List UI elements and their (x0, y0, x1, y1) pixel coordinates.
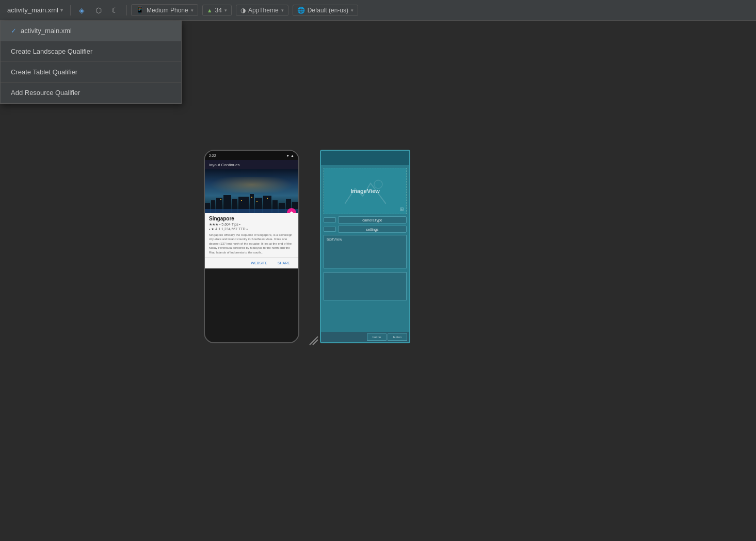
resize-icon (309, 336, 319, 346)
file-dropdown-trigger[interactable]: activity_main.xml ▾ (4, 4, 66, 16)
svg-rect-17 (256, 201, 258, 202)
svg-rect-13 (205, 209, 298, 213)
svg-rect-16 (251, 197, 252, 198)
phone-signal: ▼ ▲ (286, 154, 294, 157)
check-icon: ✓ (11, 27, 17, 35)
dropdown-item-label-2: Create Tablet Qualifier (11, 68, 77, 76)
phone-time: 2:22 (209, 154, 216, 157)
nightmode-icon: ☾ (111, 6, 118, 14)
city-skyline-svg (205, 193, 298, 213)
tablet-image-placeholder: ImageView ⊞ (324, 168, 407, 214)
phone-title: layout Continues (209, 163, 240, 167)
tablet-bottom-buttons: button button (321, 332, 409, 342)
dropdown-item-label-0: activity_main.xml (21, 27, 72, 35)
imageview-label: ImageView (350, 188, 380, 194)
file-dropdown-menu: ✓ activity_main.xml Create Landscape Qua… (0, 21, 182, 104)
blueprint-icon: ⬡ (95, 6, 102, 14)
resize-handle[interactable] (309, 336, 319, 347)
file-label: activity_main.xml (7, 6, 58, 14)
tablet-settings-row: settings (324, 226, 407, 233)
dropdown-item-label-3: Add Resource Qualifier (11, 89, 80, 97)
api-dropdown[interactable]: ▲ 34 ▾ (202, 5, 232, 16)
tablet-cameratype-row: cameraType (324, 216, 407, 224)
locale-icon: 🌐 (297, 7, 305, 14)
blueprint-mode-btn[interactable]: ⬡ (91, 3, 106, 18)
tablet-bottom-btn-2[interactable]: button (388, 333, 407, 341)
tablet-bottom-btn-1[interactable]: button (367, 333, 387, 341)
dropdown-item-2[interactable]: Create Tablet Qualifier (1, 62, 181, 83)
theme-dropdown[interactable]: ◑ AppTheme ▾ (236, 5, 288, 16)
dropdown-item-3[interactable]: Add Resource Qualifier (1, 83, 181, 103)
textview-label: textView (327, 237, 342, 242)
file-chevron: ▾ (60, 7, 63, 13)
phone-icon: 📱 (136, 6, 144, 14)
dropdown-item-1[interactable]: Create Landscape Qualifier (1, 41, 181, 62)
tablet-textview-area: textView (324, 235, 407, 268)
phone-content: Singapore ★★★ • 5,604 Tips • • ★ 4.1 1,2… (205, 213, 298, 257)
toolbar: activity_main.xml ▾ ◈ ⬡ ☾ 📱 Medium Phone… (0, 0, 756, 21)
svg-point-19 (374, 180, 382, 188)
svg-rect-14 (220, 199, 221, 200)
tablet-body: ImageView ⊞ cameraType settings (321, 165, 409, 303)
dropdown-item-label-1: Create Landscape Qualifier (11, 47, 92, 55)
separator-2 (126, 5, 127, 15)
dropdown-item-0[interactable]: ✓ activity_main.xml (1, 21, 181, 41)
phone-image-area: ★ (205, 169, 298, 213)
api-icon: ▲ (207, 7, 213, 13)
tablet-preview: ImageView ⊞ cameraType settings (320, 150, 410, 346)
tablet-small-rect-1 (324, 217, 336, 222)
phone-detail-row-2: • ★ 4.1 1,234,567 TTD • (209, 227, 294, 231)
phone-buttons-row: WEBSITE SHARE (205, 257, 298, 268)
tablet-textview2 (324, 272, 407, 300)
svg-rect-18 (267, 198, 268, 199)
svg-rect-15 (241, 200, 242, 201)
phone-status-bar: 2:22 ▼ ▲ (205, 151, 298, 160)
api-label: 34 (215, 7, 222, 14)
theme-icon: ◑ (240, 7, 246, 14)
design-mode-btn[interactable]: ◈ (75, 3, 89, 18)
locale-chevron: ▾ (351, 8, 353, 13)
tablet-settings-btn[interactable]: settings (338, 226, 407, 233)
phone-detail-row-1: ★★★ • 5,604 Tips • (209, 222, 294, 227)
tablet-top-bar (321, 151, 409, 165)
tablet-small-rect-2 (324, 227, 336, 232)
api-chevron: ▾ (224, 8, 227, 13)
phone-website-btn[interactable]: WEBSITE (247, 260, 271, 266)
locale-label: Default (en-us) (308, 7, 348, 14)
phone-description: Singapore officially the Republic of Sin… (209, 233, 294, 254)
device-chevron: ▾ (191, 8, 194, 13)
theme-label: AppTheme (248, 7, 279, 14)
phone-preview: 2:22 ▼ ▲ layout Continues (204, 150, 299, 346)
theme-chevron: ▾ (281, 8, 284, 13)
tablet-frame: ImageView ⊞ cameraType settings (320, 150, 410, 343)
phone-share-btn[interactable]: SHARE (274, 260, 294, 266)
locale-dropdown[interactable]: 🌐 Default (en-us) ▾ (293, 5, 358, 16)
phone-title-bar: layout Continues (205, 160, 298, 169)
image-corner-icon: ⊞ (400, 206, 404, 212)
city-lights (205, 177, 298, 193)
tablet-cameratype-btn[interactable]: cameraType (338, 216, 407, 224)
device-label: Medium Phone (147, 7, 188, 14)
layout-icon: ◈ (79, 6, 85, 14)
phone-city-name: Singapore (209, 216, 294, 221)
nightmode-btn[interactable]: ☾ (108, 3, 122, 18)
device-dropdown[interactable]: 📱 Medium Phone ▾ (131, 4, 198, 16)
phone-frame: 2:22 ▼ ▲ layout Continues (204, 150, 299, 343)
separator-1 (70, 5, 71, 15)
